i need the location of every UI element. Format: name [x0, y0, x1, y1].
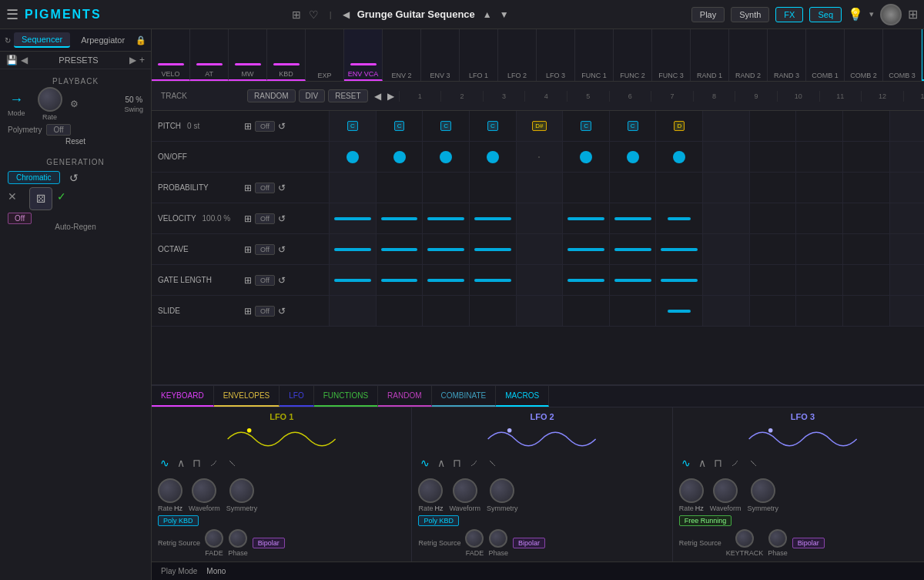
vel-off[interactable]: Off — [255, 213, 275, 224]
pitch-step-11[interactable] — [795, 111, 842, 141]
gate-step-6[interactable] — [562, 265, 609, 295]
lfo2-wave-ramp[interactable]: ⟍ — [485, 455, 500, 471]
lfo2-wave-saw[interactable]: ⟋ — [467, 455, 482, 471]
lfo3-bipolar-btn[interactable]: Bipolar — [792, 538, 825, 548]
step-3[interactable]: 3 — [483, 91, 525, 102]
oct-step-12[interactable] — [842, 234, 889, 264]
tab-lfo[interactable]: LFO — [280, 386, 313, 407]
nav-next-down[interactable]: ▼ — [500, 9, 509, 20]
lfo3-keytrack-knob[interactable] — [735, 529, 754, 548]
gate-step-13[interactable] — [889, 265, 924, 295]
oct-step-1[interactable] — [329, 234, 376, 264]
mod-env-vca[interactable]: ENV VCA — [344, 29, 383, 81]
gate-step-1[interactable] — [329, 265, 376, 295]
slide-step-13[interactable] — [889, 296, 924, 326]
vel-step-6[interactable] — [562, 203, 609, 233]
mod-exp[interactable]: EXP — [306, 29, 344, 81]
slide-step-3[interactable] — [422, 296, 469, 326]
prob-step-4[interactable] — [469, 173, 516, 203]
mod-func2[interactable]: FUNC 2 — [614, 29, 652, 81]
mod-rand2[interactable]: RAND 2 — [729, 29, 768, 81]
mod-lfo2[interactable]: LFO 2 — [498, 29, 537, 81]
oct-step-8[interactable] — [655, 234, 702, 264]
lfo1-waveform-knob[interactable] — [192, 478, 216, 503]
onoff-step-8[interactable] — [655, 142, 702, 172]
gate-link-icon[interactable]: ↺ — [278, 275, 286, 286]
slide-step-12[interactable] — [842, 296, 889, 326]
vel-link-icon[interactable]: ↺ — [278, 213, 286, 224]
step-5[interactable]: 5 — [567, 91, 609, 102]
gate-step-12[interactable] — [842, 265, 889, 295]
prob-step-12[interactable] — [842, 173, 889, 203]
lfo3-rate-knob[interactable] — [679, 478, 704, 503]
loop-icon[interactable]: ↻ — [5, 36, 11, 45]
slide-step-7[interactable] — [609, 296, 656, 326]
prob-step-11[interactable] — [795, 173, 842, 203]
tab-arpeggiator[interactable]: Arpeggiator — [73, 33, 132, 47]
lfo1-bipolar-btn[interactable]: Bipolar — [253, 538, 285, 548]
tab-keyboard[interactable]: KEYBOARD — [152, 386, 214, 407]
lfo1-phase-knob[interactable] — [229, 529, 247, 548]
slide-rand-icon[interactable]: ⊞ — [244, 306, 252, 317]
onoff-step-5[interactable] — [516, 142, 563, 172]
mod-func3[interactable]: FUNC 3 — [652, 29, 691, 81]
onoff-step-4[interactable] — [469, 142, 516, 172]
slide-step-8[interactable] — [655, 296, 702, 326]
vel-step-2[interactable] — [376, 203, 423, 233]
prob-off[interactable]: Off — [255, 183, 275, 193]
oct-step-11[interactable] — [795, 234, 842, 264]
pitch-step-3[interactable]: C — [422, 111, 469, 141]
mod-lfo1[interactable]: LFO 1 — [460, 29, 498, 81]
pitch-step-1[interactable]: C — [329, 111, 376, 141]
prob-step-1[interactable] — [329, 173, 376, 203]
vel-step-11[interactable] — [795, 203, 842, 233]
step-9[interactable]: 9 — [735, 91, 777, 102]
lfo2-phase-knob[interactable] — [489, 529, 507, 548]
oct-step-6[interactable] — [562, 234, 609, 264]
pitch-step-7[interactable]: C — [609, 111, 656, 141]
check-button[interactable]: ✓ — [57, 190, 74, 207]
lock-icon[interactable]: 🔒 — [136, 35, 146, 45]
lfo3-waveform-knob[interactable] — [713, 478, 738, 503]
track-prev[interactable]: ◀ — [374, 91, 381, 102]
lfo2-bipolar-btn[interactable]: Bipolar — [513, 538, 545, 548]
pitch-step-2[interactable]: C — [376, 111, 423, 141]
lfo2-fade-knob[interactable] — [465, 529, 484, 548]
step-6[interactable]: 6 — [609, 91, 651, 102]
vel-step-5[interactable] — [516, 203, 563, 233]
pitch-step-5[interactable]: D# — [516, 111, 563, 141]
grid-icon[interactable]: ⊞ — [908, 7, 918, 22]
step-12[interactable]: 12 — [861, 91, 903, 102]
slide-step-4[interactable] — [469, 296, 516, 326]
wave-saw[interactable]: ⟋ — [206, 455, 222, 471]
pitch-step-10[interactable] — [749, 111, 796, 141]
gate-step-3[interactable] — [422, 265, 469, 295]
step-1[interactable]: 1 — [399, 91, 441, 102]
slide-step-1[interactable] — [329, 296, 376, 326]
gate-step-9[interactable] — [702, 265, 749, 295]
oct-step-4[interactable] — [469, 234, 516, 264]
lfo3-symmetry-knob[interactable] — [751, 478, 775, 503]
prob-step-6[interactable] — [562, 173, 609, 203]
vel-step-3[interactable] — [422, 203, 469, 233]
prob-step-3[interactable] — [422, 173, 469, 203]
nav-prev[interactable]: ◀ — [343, 9, 350, 20]
gate-step-4[interactable] — [469, 265, 516, 295]
tab-macros[interactable]: MACROS — [496, 386, 549, 407]
polymetry-toggle[interactable]: Off — [46, 124, 70, 136]
random-button[interactable]: RANDOM — [247, 89, 295, 102]
lfo2-waveform-knob[interactable] — [453, 478, 477, 503]
prob-link-icon[interactable]: ↺ — [278, 183, 286, 193]
mod-at[interactable]: AT — [190, 29, 229, 81]
step-11[interactable]: 11 — [819, 91, 862, 102]
mod-rand1[interactable]: RAND 1 — [691, 29, 729, 81]
menu-icon[interactable]: ☰ — [6, 6, 18, 23]
mod-comb2[interactable]: COMB 2 — [845, 29, 883, 81]
preset-prev[interactable]: ◀ — [21, 55, 28, 65]
tab-combinate[interactable]: COMBINATE — [432, 386, 497, 407]
vel-step-8[interactable] — [655, 203, 702, 233]
tab-functions[interactable]: FUNCTIONS — [314, 386, 378, 407]
prob-step-9[interactable] — [702, 173, 749, 203]
mod-comb1[interactable]: COMB 1 — [806, 29, 845, 81]
oct-step-7[interactable] — [609, 234, 656, 264]
